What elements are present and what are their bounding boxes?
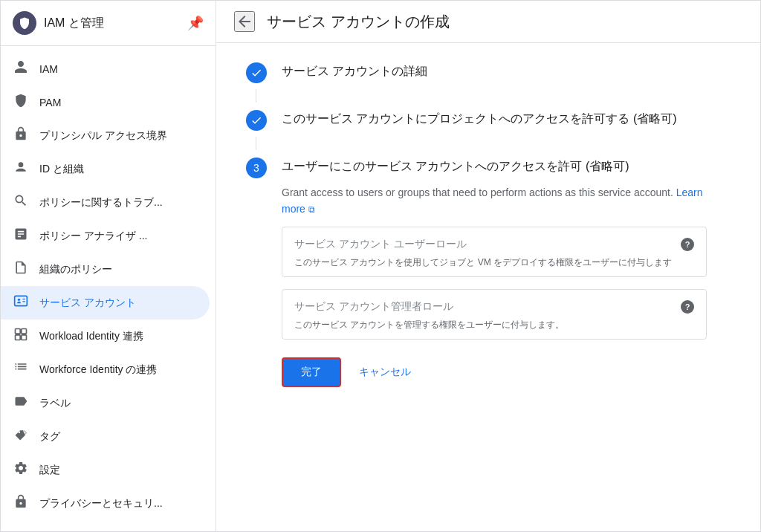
- principal-access-icon: [13, 126, 29, 145]
- service-accounts-icon: [13, 293, 29, 312]
- svg-rect-1: [15, 296, 27, 305]
- external-link-icon: ⧉: [308, 204, 315, 215]
- step-3-title: ユーザーにこのサービス アカウントへのアクセスを許可 (省略可): [282, 156, 629, 175]
- sidebar-item-settings[interactable]: 設定: [1, 453, 210, 487]
- policy-analyzer-icon: [13, 227, 29, 245]
- service-accounts-label: サービス アカウント: [39, 296, 136, 310]
- sidebar-nav: IAM PAM プリンシパル アクセス境界 ID と組織 ポリシーに関するトラブ…: [1, 46, 216, 531]
- admin-role-label-text: サービス アカウント管理者ロール: [294, 300, 453, 314]
- svg-point-2: [18, 299, 20, 301]
- sidebar-item-labels[interactable]: ラベル: [1, 386, 210, 420]
- sidebar-item-id-org[interactable]: ID と組織: [1, 152, 210, 186]
- sidebar-item-privacy-security[interactable]: プライバシーとセキュリ...: [1, 487, 210, 520]
- sidebar-item-pam[interactable]: PAM: [1, 85, 210, 119]
- sidebar-item-workload-identity[interactable]: Workload Identity 連携: [1, 319, 210, 353]
- workload-identity-label: Workload Identity 連携: [39, 330, 143, 343]
- step-2-title: このサービス アカウントにプロジェクトへのアクセスを許可する (省略可): [282, 108, 677, 128]
- user-role-label-text: サービス アカウント ユーザーロール: [294, 238, 467, 251]
- sidebar-item-policy-analyzer[interactable]: ポリシー アナライザ ...: [1, 219, 210, 253]
- admin-role-help-icon[interactable]: ?: [681, 300, 694, 314]
- step-3-icon: 3: [246, 158, 267, 178]
- policy-analyzer-label: ポリシー アナライザ ...: [39, 230, 147, 243]
- policy-trouble-label: ポリシーに関するトラブ...: [39, 196, 163, 210]
- settings-label: 設定: [39, 464, 60, 477]
- step-connector-1: [256, 89, 256, 103]
- done-button[interactable]: 完了: [282, 357, 341, 387]
- svg-rect-6: [22, 329, 27, 334]
- pin-icon[interactable]: 📌: [187, 15, 204, 31]
- principal-access-label: プリンシパル アクセス境界: [39, 129, 167, 143]
- org-policy-label: 組織のポリシー: [39, 263, 112, 276]
- tags-icon: [13, 427, 29, 446]
- workforce-identity-icon: [13, 360, 29, 379]
- step-1-title: サービス アカウントの詳細: [282, 61, 427, 80]
- iam-icon: [13, 59, 29, 78]
- step-2-icon: [246, 110, 267, 131]
- pam-icon: [13, 93, 29, 111]
- svg-rect-8: [22, 335, 27, 340]
- sidebar-item-principal-access[interactable]: プリンシパル アクセス境界: [1, 119, 210, 152]
- main-form: サービス アカウントの詳細 このサービス アカウントにプロジェクトへのアクセスを…: [216, 43, 736, 417]
- labels-label: ラベル: [39, 397, 71, 410]
- svg-rect-7: [16, 335, 21, 340]
- privacy-security-label: プライバシーとセキュリ...: [39, 497, 163, 510]
- svg-rect-5: [16, 329, 21, 334]
- back-button[interactable]: [234, 11, 255, 32]
- sidebar-item-iam[interactable]: IAM: [1, 52, 210, 85]
- sidebar: IAM と管理 📌 IAM PAM プリンシパル アクセス境界 I: [1, 1, 216, 531]
- admin-role-field[interactable]: サービス アカウント管理者ロール ? このサービス アカウントを管理する権限をユ…: [282, 289, 707, 340]
- main-content-area: サービス アカウントの作成 サービス アカウントの詳細 このサービス アカウント…: [216, 1, 760, 531]
- privacy-security-icon: [13, 494, 29, 513]
- workforce-identity-label: Workforce Identity の連携: [39, 363, 157, 377]
- main-header: サービス アカウントの作成: [216, 1, 760, 43]
- step-1: サービス アカウントの詳細: [246, 61, 707, 83]
- step-3-description: Grant access to users or groups that nee…: [282, 184, 707, 218]
- user-role-label-row: サービス アカウント ユーザーロール ?: [294, 238, 694, 251]
- cancel-button[interactable]: キャンセル: [353, 359, 417, 386]
- id-org-label: ID と組織: [39, 163, 84, 176]
- sidebar-item-org-policy[interactable]: 組織のポリシー: [1, 253, 210, 286]
- policy-trouble-icon: [13, 193, 29, 212]
- step-connector-2: [256, 137, 256, 150]
- id-org-icon: [13, 160, 29, 178]
- tags-label: タグ: [39, 430, 60, 444]
- labels-icon: [13, 394, 29, 412]
- page-title: サービス アカウントの作成: [267, 12, 450, 32]
- sidebar-title: IAM と管理: [44, 16, 180, 31]
- org-policy-icon: [13, 260, 29, 279]
- step-2: このサービス アカウントにプロジェクトへのアクセスを許可する (省略可): [246, 108, 707, 131]
- form-actions: 完了 キャンセル: [282, 357, 707, 387]
- user-role-help-icon[interactable]: ?: [681, 238, 694, 251]
- sidebar-item-service-accounts[interactable]: サービス アカウント: [1, 286, 210, 319]
- user-role-field[interactable]: サービス アカウント ユーザーロール ? このサービス アカウントを使用してジョ…: [282, 227, 707, 277]
- step-1-icon: [246, 62, 267, 83]
- sidebar-item-tags[interactable]: タグ: [1, 420, 210, 453]
- step-3-content: Grant access to users or groups that nee…: [282, 184, 707, 387]
- settings-icon: [13, 461, 29, 479]
- sidebar-logo-icon: [13, 11, 36, 35]
- admin-role-label-row: サービス アカウント管理者ロール ?: [294, 300, 694, 314]
- sidebar-header: IAM と管理 📌: [1, 1, 216, 46]
- user-role-hint: このサービス アカウントを使用してジョブと VM をデプロイする権限をユーザーに…: [294, 256, 694, 269]
- pam-label: PAM: [39, 97, 61, 108]
- workload-identity-icon: [13, 327, 29, 346]
- svg-point-0: [19, 162, 24, 167]
- iam-label: IAM: [39, 63, 58, 75]
- admin-role-hint: このサービス アカウントを管理する権限をユーザーに付与します。: [294, 318, 694, 331]
- step-3: 3 ユーザーにこのサービス アカウントへのアクセスを許可 (省略可): [246, 156, 707, 178]
- sidebar-item-workforce-identity[interactable]: Workforce Identity の連携: [1, 353, 210, 386]
- step-3-number: 3: [253, 162, 259, 174]
- sidebar-item-policy-trouble[interactable]: ポリシーに関するトラブ...: [1, 186, 210, 219]
